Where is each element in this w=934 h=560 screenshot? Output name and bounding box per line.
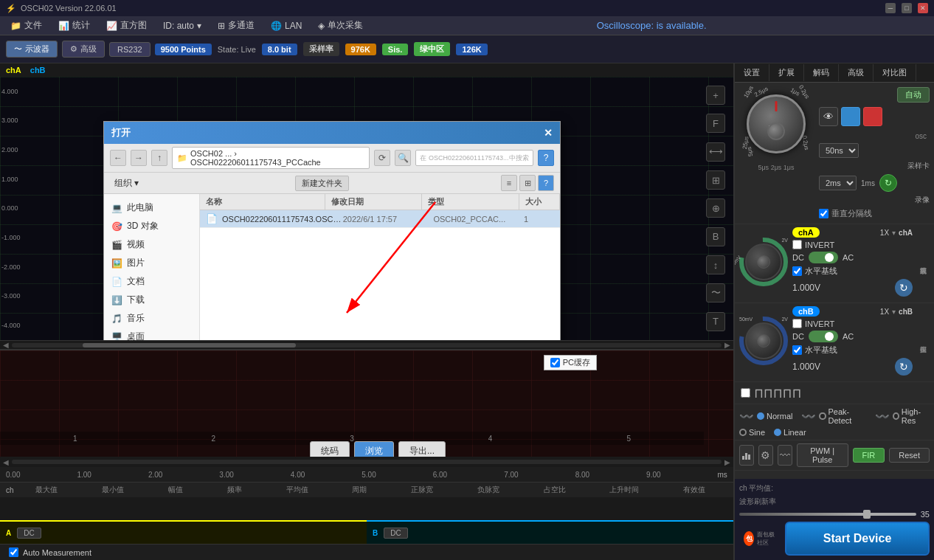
fir-btn[interactable]: FIR	[853, 448, 885, 463]
search-field[interactable]: 在 OSCH022206011175743...中搜索	[415, 150, 533, 166]
color-swatch-red[interactable]	[863, 107, 882, 126]
sq-wave-checkbox[interactable]	[741, 388, 750, 398]
close-btn[interactable]: ✕	[918, 3, 928, 13]
linear-radio[interactable]: Linear	[774, 428, 806, 437]
organize-btn[interactable]: 组织 ▾	[110, 176, 143, 191]
nav-downloads[interactable]: ⬇️ 下载	[104, 291, 199, 309]
pwm-pulse-btn[interactable]: PWM | Pulse	[797, 443, 848, 467]
h-scroll[interactable]: ◀ ▶	[0, 340, 733, 349]
rec-select[interactable]: 2ms	[819, 176, 857, 190]
wf-scroll-right[interactable]: ▶	[724, 458, 730, 466]
chb-badge[interactable]: chB	[792, 306, 820, 317]
col-type[interactable]: 类型	[422, 194, 519, 210]
chb-volt-knob-container[interactable]: 50mV 2V	[739, 317, 788, 365]
hires-radio[interactable]: High-Res	[893, 407, 930, 425]
normal-radio[interactable]: Normal	[757, 412, 792, 421]
cha-invert-checkbox[interactable]	[792, 240, 802, 249]
nav-up-btn[interactable]: ↑	[151, 150, 167, 166]
col-date[interactable]: 修改日期	[325, 194, 423, 210]
chb-reset-btn[interactable]: ↻	[895, 358, 913, 376]
cha-hbaseline-checkbox[interactable]	[792, 266, 802, 276]
tab-settings[interactable]: 设置	[735, 64, 769, 81]
scroll-thumb[interactable]	[83, 343, 296, 348]
menu-stats[interactable]: 📊 统计	[51, 18, 97, 33]
nav-desktop[interactable]: 🖥️ 桌面	[104, 328, 199, 340]
scroll-track[interactable]	[12, 343, 722, 348]
cha-reset-btn[interactable]: ↻	[895, 279, 913, 297]
measure-btn[interactable]: B	[706, 227, 725, 246]
nav-pictures[interactable]: 🖼️ 图片	[104, 254, 199, 272]
view-list-btn[interactable]: ≡	[501, 175, 517, 191]
nav-3d-objects[interactable]: 🎯 3D 对象	[104, 217, 199, 235]
cha-volt-knob[interactable]	[745, 243, 782, 280]
new-folder-btn[interactable]: 新建文件夹	[295, 176, 349, 191]
reset-btn[interactable]: Reset	[889, 448, 930, 463]
waveform-btn[interactable]: 〜	[706, 283, 725, 303]
menu-multichannel[interactable]: ⊞ 多通道	[210, 18, 262, 33]
nav-music[interactable]: 🎵 音乐	[104, 309, 199, 328]
help-btn[interactable]: ?	[538, 150, 554, 166]
vertical-divider-checkbox[interactable]	[819, 209, 829, 218]
tab-advanced[interactable]: 高级	[839, 64, 874, 81]
menu-lan[interactable]: 🌐 LAN	[263, 19, 309, 32]
chb-volt-knob[interactable]	[745, 322, 782, 359]
time-knob[interactable]: Time	[747, 94, 806, 153]
pc-cache-checkbox[interactable]	[550, 358, 560, 367]
wf-scroll-left[interactable]: ◀	[3, 458, 9, 466]
zoom-in-btn[interactable]: +	[706, 86, 725, 105]
advanced-btn[interactable]: ⚙ 高级	[62, 41, 105, 58]
peak-radio[interactable]: Peak-Detect	[819, 407, 865, 425]
waveform-h-scroll[interactable]: ◀ ▶	[0, 457, 733, 467]
nav-back-btn[interactable]: ←	[110, 150, 126, 166]
nav-documents[interactable]: 📄 文档	[104, 272, 199, 291]
pan-btn[interactable]: ↕	[706, 255, 725, 274]
menu-file[interactable]: 📁 文件	[3, 18, 49, 33]
nav-video[interactable]: 🎬 视频	[104, 235, 199, 254]
settings-btn[interactable]: T	[706, 312, 725, 331]
gear-btn[interactable]: ⚙	[758, 445, 773, 466]
cha-coupling-toggle[interactable]	[809, 252, 838, 263]
zoom-out-btn[interactable]: F	[706, 114, 725, 133]
tab-compare[interactable]: 对比图	[874, 64, 916, 81]
cha-dropdown-icon[interactable]: ▾	[892, 229, 896, 237]
scope-display[interactable]: 4.000 3.000 2.000 1.000 0.000 -1.000 -2.…	[0, 77, 733, 340]
view-grid-btn[interactable]: ⊞	[519, 175, 536, 191]
ch-a-dc-btn[interactable]: DC	[17, 528, 41, 539]
freq-slider[interactable]	[739, 513, 916, 516]
start-device-btn[interactable]: Start Device	[785, 522, 930, 556]
dialog-close-btn[interactable]: ✕	[544, 127, 553, 139]
file-row-0[interactable]: 📄 OSCH022206011175743.OSCH02_PCC... 2022…	[200, 210, 560, 228]
tab-expand[interactable]: 扩展	[769, 64, 804, 81]
cha-badge[interactable]: chA	[792, 227, 820, 238]
cha-volt-knob-container[interactable]: 50mV 2V	[739, 238, 788, 286]
auto-btn[interactable]: 自动	[897, 87, 930, 103]
eye-btn[interactable]: 👁	[819, 107, 838, 126]
time-select[interactable]: 50ns	[819, 143, 859, 158]
grid-btn[interactable]: ⊞	[706, 170, 725, 190]
menu-histogram[interactable]: 📈 直方图	[99, 18, 154, 33]
chb-invert-checkbox[interactable]	[792, 319, 802, 328]
cursor-btn[interactable]: ⊕	[706, 198, 725, 218]
scroll-right-arrow[interactable]: ▶	[724, 341, 730, 349]
nav-forward-btn[interactable]: →	[131, 150, 147, 166]
rec-btn[interactable]: ↻	[879, 174, 897, 192]
col-name[interactable]: 名称	[200, 194, 325, 210]
fit-btn[interactable]: ⟷	[706, 142, 725, 162]
view-help-btn[interactable]: ?	[538, 175, 554, 191]
rs232-btn[interactable]: RS232	[109, 42, 151, 57]
col-size[interactable]: 大小	[519, 194, 560, 210]
sine-radio[interactable]: Sine	[739, 428, 765, 437]
maximize-btn[interactable]: □	[902, 3, 912, 13]
refresh-btn[interactable]: ⟳	[374, 150, 390, 166]
chb-hbaseline-checkbox[interactable]	[792, 345, 802, 355]
time-knob-container[interactable]: 10μs 2.5μs 1μs 0.2μs 25μs 5μs 0.2μs Time	[739, 87, 813, 161]
oscilloscope-btn[interactable]: 〜 示波器	[6, 41, 58, 58]
menu-id[interactable]: ID: auto ▾	[156, 19, 209, 32]
scroll-left-arrow[interactable]: ◀	[3, 341, 9, 349]
bar-chart-btn[interactable]	[739, 445, 754, 466]
search-btn[interactable]: 🔍	[395, 150, 411, 166]
menu-single[interactable]: ◈ 单次采集	[311, 18, 370, 33]
nav-this-pc[interactable]: 💻 此电脑	[104, 198, 199, 217]
wave-btn[interactable]: 〰	[778, 445, 792, 466]
chb-dropdown-icon[interactable]: ▾	[892, 308, 896, 316]
